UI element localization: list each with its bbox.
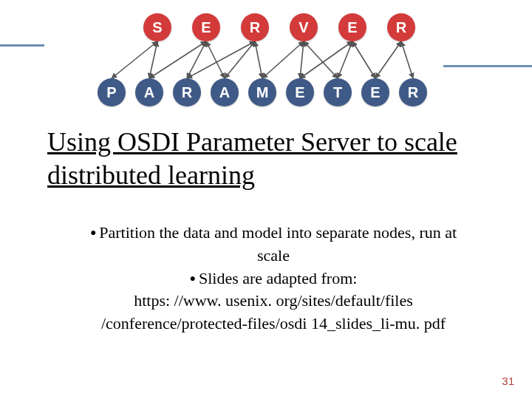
- param-node-2: R: [173, 78, 201, 106]
- svg-line-9: [300, 41, 304, 78]
- server-node-4: E: [338, 13, 366, 41]
- svg-line-13: [352, 41, 375, 78]
- server-node-3: V: [290, 13, 318, 41]
- param-node-6: T: [324, 78, 352, 106]
- accent-rule-left: [0, 44, 44, 47]
- param-node-0: P: [98, 78, 126, 106]
- server-node-5: R: [387, 13, 415, 41]
- param-node-1: A: [135, 78, 163, 106]
- param-node-3: A: [211, 78, 239, 106]
- server-node-1: E: [192, 13, 220, 41]
- svg-line-14: [375, 41, 401, 78]
- param-node-5: E: [286, 78, 314, 106]
- bullet-1: Partition the data and model into separa…: [90, 223, 457, 265]
- bullet-2: Slides are adapted from:: [190, 269, 358, 287]
- svg-line-7: [255, 41, 262, 78]
- param-node-8: R: [399, 78, 427, 106]
- source-link-text: https: //www. usenix. org/sites/default/…: [74, 290, 473, 335]
- svg-line-6: [225, 41, 255, 78]
- server-node-0: S: [143, 13, 171, 41]
- slide-title: Using OSDI Parameter Server to scale dis…: [47, 126, 491, 192]
- slide-body: Partition the data and model into separa…: [74, 222, 473, 335]
- parameter-server-diagram: SERVERPARAMETER: [96, 0, 436, 111]
- page-number: 31: [502, 375, 514, 387]
- svg-line-8: [262, 41, 304, 78]
- svg-line-15: [401, 41, 413, 78]
- param-node-7: E: [361, 78, 389, 106]
- accent-rule-right: [443, 65, 532, 67]
- server-node-2: R: [241, 13, 269, 41]
- param-node-4: M: [248, 78, 276, 106]
